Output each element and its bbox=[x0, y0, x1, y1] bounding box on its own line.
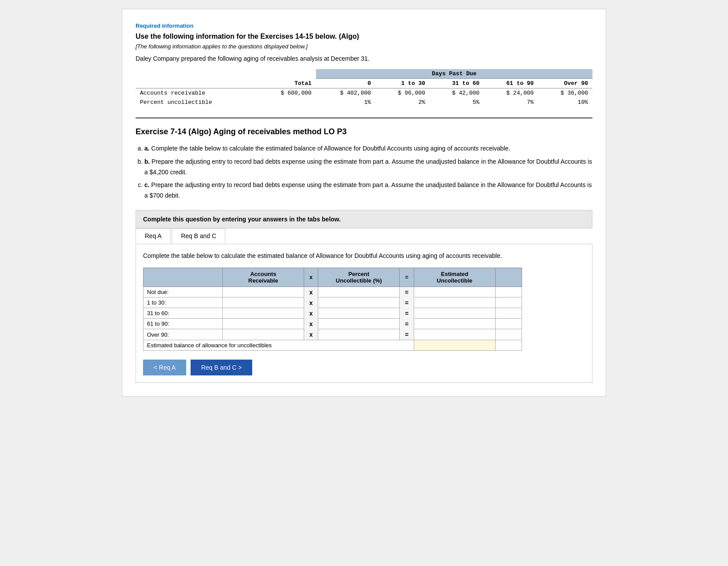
instruction-c-letter: c. bbox=[144, 181, 150, 188]
ar-31-60: $ 42,000 bbox=[430, 88, 484, 98]
ar-field-1-30[interactable] bbox=[226, 299, 300, 306]
ar-field-not-due[interactable] bbox=[226, 289, 300, 295]
pct-0: 1% bbox=[316, 98, 375, 107]
ar-field-over90[interactable] bbox=[226, 331, 300, 338]
description-text: Daley Company prepared the following agi… bbox=[136, 55, 592, 62]
answer-table: AccountsReceivable x PercentUncollectibl… bbox=[143, 268, 522, 351]
label-not-due: Not due: bbox=[143, 287, 223, 298]
col-0: 0 bbox=[316, 79, 375, 88]
pct-input-over90[interactable] bbox=[318, 329, 400, 340]
col-total: Total bbox=[257, 79, 316, 88]
total-input-cell[interactable] bbox=[414, 340, 495, 350]
pct-input-not-due[interactable] bbox=[318, 287, 400, 298]
label-1-30: 1 to 30: bbox=[143, 298, 223, 308]
nav-buttons: < Req A Req B and C > bbox=[143, 360, 585, 375]
ar-field-61-90[interactable] bbox=[226, 320, 300, 327]
label-61-90: 61 to 90: bbox=[143, 319, 223, 329]
pct-field-over90[interactable] bbox=[322, 331, 396, 338]
required-info-section: Required information Use the following i… bbox=[136, 22, 592, 107]
eq-over90: = bbox=[400, 329, 414, 340]
col-header-pct: PercentUncollectible (%) bbox=[318, 268, 400, 287]
est-field-over90[interactable] bbox=[418, 331, 492, 338]
pct-field-1-30[interactable] bbox=[322, 299, 396, 306]
x-not-due: x bbox=[304, 287, 318, 298]
ar-input-31-60[interactable] bbox=[223, 308, 304, 319]
est-input-not-due[interactable] bbox=[414, 287, 495, 298]
pct-61-90: 7% bbox=[484, 98, 538, 107]
ar-over90: $ 36,000 bbox=[538, 88, 592, 98]
ar-input-1-30[interactable] bbox=[223, 298, 304, 308]
ar-input-not-due[interactable] bbox=[223, 287, 304, 298]
col-header-empty bbox=[143, 268, 223, 287]
row-31-60: 31 to 60: x = bbox=[143, 308, 522, 319]
est-input-31-60[interactable] bbox=[414, 308, 495, 319]
pct-row: Percent uncollectible 1% 2% 5% 7% 10% bbox=[136, 98, 592, 107]
ar-0: $ 402,000 bbox=[316, 88, 375, 98]
tab-description: Complete the table below to calculate th… bbox=[143, 251, 585, 261]
instruction-b: b. Prepare the adjusting entry to record… bbox=[144, 157, 592, 178]
pct-field-not-due[interactable] bbox=[322, 289, 396, 295]
extra-not-due bbox=[495, 287, 522, 298]
days-past-due-header: Days Past Due bbox=[316, 69, 592, 79]
col-header-ar: AccountsReceivable bbox=[223, 268, 304, 287]
pct-over90: 10% bbox=[538, 98, 592, 107]
instructions-list: a. Complete the table below to calculate… bbox=[144, 143, 592, 201]
tab-req-a[interactable]: Req A bbox=[136, 228, 171, 244]
next-button[interactable]: Req B and C > bbox=[191, 360, 252, 375]
est-field-31-60[interactable] bbox=[418, 310, 492, 316]
col-header-extra bbox=[495, 268, 522, 287]
pct-field-31-60[interactable] bbox=[322, 310, 396, 316]
eq-not-due: = bbox=[400, 287, 414, 298]
row-over90: Over 90: x = bbox=[143, 329, 522, 340]
col-1-30: 1 to 30 bbox=[375, 79, 430, 88]
label-over90: Over 90: bbox=[143, 329, 223, 340]
extra-61-90 bbox=[495, 319, 522, 329]
ar-input-over90[interactable] bbox=[223, 329, 304, 340]
italic-note: [The following information applies to th… bbox=[136, 43, 592, 50]
instruction-b-text: Prepare the adjusting entry to record ba… bbox=[144, 158, 592, 176]
section-divider bbox=[136, 118, 592, 118]
est-field-1-30[interactable] bbox=[418, 299, 492, 306]
total-row-label: Estimated balance of allowance for uncol… bbox=[143, 340, 414, 350]
x-31-60: x bbox=[304, 308, 318, 319]
ar-row: Accounts receivable $ 600,000 $ 402,000 … bbox=[136, 88, 592, 98]
aging-table: Days Past Due Total 0 1 to 30 31 to 60 6… bbox=[136, 69, 592, 107]
extra-31-60 bbox=[495, 308, 522, 319]
eq-61-90: = bbox=[400, 319, 414, 329]
pct-input-31-60[interactable] bbox=[318, 308, 400, 319]
ar-field-31-60[interactable] bbox=[226, 310, 300, 316]
tab-content: Complete the table below to calculate th… bbox=[136, 244, 592, 383]
instruction-c: c. Prepare the adjusting entry to record… bbox=[144, 180, 592, 201]
row-1-30: 1 to 30: x = bbox=[143, 298, 522, 308]
exercise-heading: Exercise 7-14 (Algo) Aging of receivable… bbox=[136, 127, 592, 136]
pct-field-61-90[interactable] bbox=[322, 320, 396, 327]
est-input-over90[interactable] bbox=[414, 329, 495, 340]
est-input-61-90[interactable] bbox=[414, 319, 495, 329]
page-container: Required information Use the following i… bbox=[122, 9, 606, 397]
pct-31-60: 5% bbox=[430, 98, 484, 107]
instruction-a: a. Complete the table below to calculate… bbox=[144, 143, 592, 154]
ar-input-61-90[interactable] bbox=[223, 319, 304, 329]
complete-box: Complete this question by entering your … bbox=[136, 210, 592, 228]
row-total: Estimated balance of allowance for uncol… bbox=[143, 340, 522, 350]
x-1-30: x bbox=[304, 298, 318, 308]
est-input-1-30[interactable] bbox=[414, 298, 495, 308]
total-extra bbox=[495, 340, 522, 350]
ar-total: $ 600,000 bbox=[257, 88, 316, 98]
pct-input-1-30[interactable] bbox=[318, 298, 400, 308]
prev-button[interactable]: < Req A bbox=[143, 360, 186, 375]
pct-label: Percent uncollectible bbox=[136, 98, 257, 107]
est-field-not-due[interactable] bbox=[418, 289, 492, 295]
tabs-container: Req A Req B and C bbox=[136, 228, 592, 244]
col-header-est: EstimatedUncollectible bbox=[414, 268, 495, 287]
total-field[interactable] bbox=[418, 342, 492, 349]
est-field-61-90[interactable] bbox=[418, 320, 492, 327]
pct-1-30: 2% bbox=[375, 98, 430, 107]
exercise-main-title: Use the following information for the Ex… bbox=[136, 33, 592, 40]
tab-req-b-c[interactable]: Req B and C bbox=[172, 228, 225, 244]
pct-input-61-90[interactable] bbox=[318, 319, 400, 329]
row-not-due: Not due: x = bbox=[143, 287, 522, 298]
instruction-a-letter: a. bbox=[144, 145, 150, 152]
label-31-60: 31 to 60: bbox=[143, 308, 223, 319]
eq-1-30: = bbox=[400, 298, 414, 308]
